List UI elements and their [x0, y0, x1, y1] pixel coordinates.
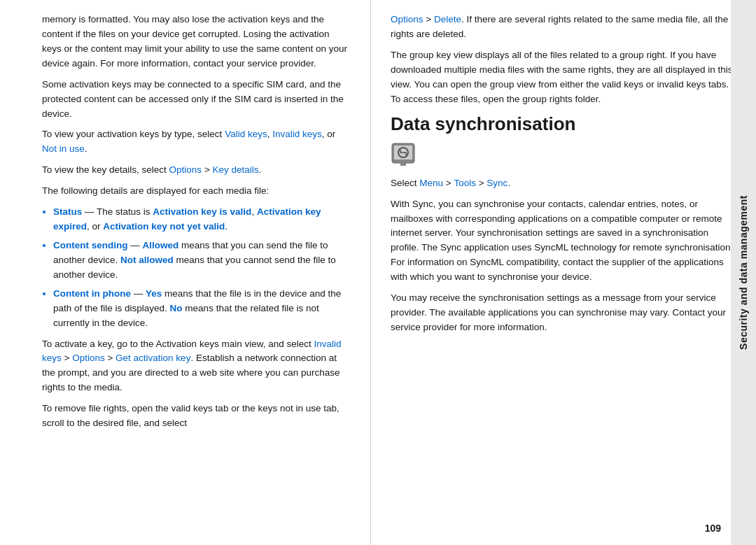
list-item-status: Status — The status is Activation key is… — [53, 205, 351, 234]
allowed-label: Allowed — [143, 240, 179, 250]
status-dash: — The status is — [82, 206, 153, 217]
status-comma1: , — [251, 206, 257, 217]
menu-link[interactable]: Menu — [419, 178, 443, 188]
tools-link[interactable]: Tools — [454, 178, 476, 188]
para-remove-rights: To remove file rights, open the valid ke… — [42, 402, 351, 431]
right-column: Options > Delete. If there are several r… — [371, 0, 756, 545]
para-memory: memory is formatted. You may also lose t… — [42, 13, 351, 71]
get-activation-link[interactable]: Get activation key — [115, 353, 190, 363]
para-receive-settings: You may receive the synchronisation sett… — [391, 291, 735, 335]
content-sending-dash: — — [128, 240, 143, 250]
sync-link[interactable]: Sync — [486, 178, 507, 188]
activation-valid: Activation key is valid — [153, 206, 251, 217]
period2: . — [259, 164, 262, 175]
sidebar-label: Security and data management — [731, 0, 756, 545]
status-or: , or — [87, 221, 103, 232]
sync-icon — [391, 142, 416, 167]
para-group-key: The group key view displays all of the f… — [391, 48, 735, 107]
para-activate-key: To activate a key, go to the Activation … — [42, 337, 351, 396]
para-key-details: To view the key details, select Options … — [42, 163, 351, 178]
not-allowed-label: Not allowed — [120, 255, 174, 265]
delete-link[interactable]: Delete — [434, 14, 461, 24]
sync-icon-container — [391, 142, 735, 176]
arrow2: > — [62, 353, 72, 363]
content-in-phone-dash: — — [131, 288, 146, 299]
no-label: No — [170, 303, 183, 313]
options-link2[interactable]: Options — [72, 353, 105, 363]
activate-pre: To activate a key, go to the Activation … — [42, 339, 314, 349]
section-title-data-sync: Data synchronisation — [391, 113, 735, 135]
details-list: Status — The status is Activation key is… — [53, 205, 351, 330]
list-item-content-sending: Content sending — Allowed means that you… — [53, 239, 351, 283]
arrow1: > — [202, 164, 212, 175]
options-del-link[interactable]: Options — [391, 14, 424, 24]
para-view-keys: To view your activation keys by type, se… — [42, 127, 351, 157]
para-following: The following details are displayed for … — [42, 184, 351, 199]
para-simcard: Some activation keys may be connected to… — [42, 78, 351, 122]
yes-label: Yes — [146, 288, 162, 299]
valid-keys-link[interactable]: Valid keys — [225, 129, 267, 139]
page-container: memory is formatted. You may also lose t… — [0, 0, 756, 545]
activation-not-yet: Activation key not yet valid — [103, 221, 225, 232]
or-text: , or — [322, 129, 336, 139]
arrow3: > — [105, 353, 115, 363]
arrow-tools: > — [476, 178, 486, 188]
period1: . — [85, 143, 88, 154]
key-details-link[interactable]: Key details — [213, 164, 259, 175]
not-in-use-link[interactable]: Not in use — [42, 143, 85, 154]
status-period: . — [225, 221, 227, 232]
invalid-keys-link[interactable]: Invalid keys — [272, 129, 322, 139]
status-label: Status — [53, 206, 82, 217]
options-link1[interactable]: Options — [169, 164, 202, 175]
arrow-del: > — [424, 14, 434, 24]
sidebar-text-content: Security and data management — [738, 195, 749, 350]
left-column: memory is formatted. You may also lose t… — [0, 0, 371, 545]
para-with-sync: With Sync, you can synchronise your cont… — [391, 197, 735, 285]
list-item-content-in-phone: Content in phone — Yes means that the fi… — [53, 287, 351, 331]
view-keys-pre: To view your activation keys by type, se… — [42, 129, 225, 139]
content-in-phone-label: Content in phone — [53, 288, 131, 299]
page-number: 109 — [705, 523, 721, 534]
content-sending-label: Content sending — [53, 240, 128, 250]
arrow-menu: > — [443, 178, 454, 188]
sync-post: . — [507, 178, 510, 188]
key-details-pre: To view the key details, select — [42, 164, 169, 175]
para-options-delete: Options > Delete. If there are several r… — [391, 13, 735, 42]
para-select-menu: Select Menu > Tools > Sync. — [391, 176, 735, 191]
svg-rect-2 — [400, 163, 406, 166]
select-pre: Select — [391, 178, 419, 188]
